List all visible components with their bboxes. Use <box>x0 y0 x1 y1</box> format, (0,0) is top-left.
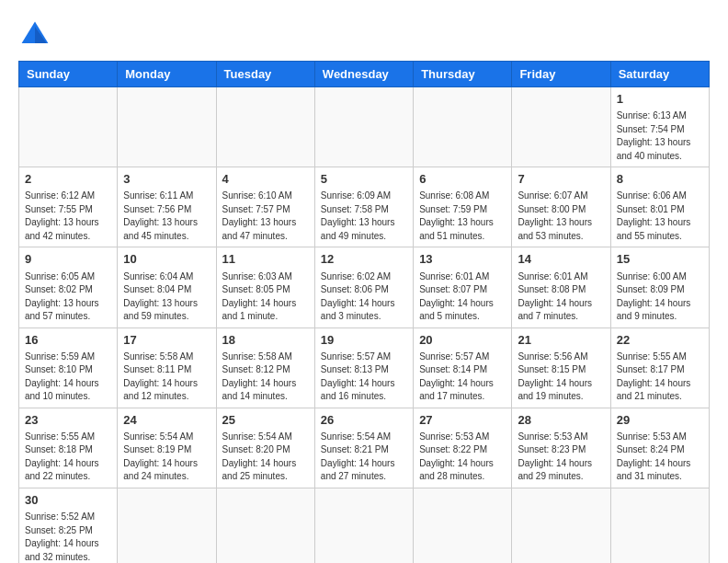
day-number: 1 <box>617 91 703 108</box>
calendar-cell <box>610 488 709 563</box>
day-number: 8 <box>617 171 703 188</box>
day-info: Sunrise: 6:08 AM Sunset: 7:59 PM Dayligh… <box>419 190 506 243</box>
calendar-cell: 26Sunrise: 5:54 AM Sunset: 8:21 PM Dayli… <box>314 408 413 488</box>
day-info: Sunrise: 5:55 AM Sunset: 8:17 PM Dayligh… <box>617 350 703 404</box>
day-number: 6 <box>419 171 506 188</box>
calendar-cell: 27Sunrise: 5:53 AM Sunset: 8:22 PM Dayli… <box>414 408 512 488</box>
calendar-cell: 25Sunrise: 5:54 AM Sunset: 8:20 PM Dayli… <box>216 408 314 488</box>
day-info: Sunrise: 5:53 AM Sunset: 8:24 PM Dayligh… <box>617 431 703 484</box>
calendar-cell: 11Sunrise: 6:03 AM Sunset: 8:05 PM Dayli… <box>216 247 314 327</box>
weekday-header: Wednesday <box>314 62 413 87</box>
day-info: Sunrise: 5:54 AM Sunset: 8:19 PM Dayligh… <box>123 431 210 484</box>
calendar-cell: 18Sunrise: 5:58 AM Sunset: 8:12 PM Dayli… <box>216 327 314 408</box>
day-number: 11 <box>222 251 309 268</box>
calendar-week-row: 9Sunrise: 6:05 AM Sunset: 8:02 PM Daylig… <box>19 247 710 327</box>
day-info: Sunrise: 6:01 AM Sunset: 8:08 PM Dayligh… <box>518 270 604 324</box>
calendar-cell <box>314 488 413 563</box>
calendar-cell: 7Sunrise: 6:07 AM Sunset: 8:00 PM Daylig… <box>512 167 610 247</box>
day-number: 30 <box>25 492 111 509</box>
calendar-cell: 4Sunrise: 6:10 AM Sunset: 7:57 PM Daylig… <box>216 167 314 247</box>
calendar-cell: 6Sunrise: 6:08 AM Sunset: 7:59 PM Daylig… <box>414 167 512 247</box>
calendar-cell: 30Sunrise: 5:52 AM Sunset: 8:25 PM Dayli… <box>19 488 118 563</box>
day-info: Sunrise: 6:01 AM Sunset: 8:07 PM Dayligh… <box>419 270 506 324</box>
calendar-cell: 17Sunrise: 5:58 AM Sunset: 8:11 PM Dayli… <box>118 327 216 408</box>
calendar-cell: 1Sunrise: 6:13 AM Sunset: 7:54 PM Daylig… <box>610 87 709 167</box>
calendar-cell: 8Sunrise: 6:06 AM Sunset: 8:01 PM Daylig… <box>610 167 709 247</box>
logo <box>18 18 57 52</box>
day-info: Sunrise: 6:04 AM Sunset: 8:04 PM Dayligh… <box>123 270 210 324</box>
calendar-cell: 24Sunrise: 5:54 AM Sunset: 8:19 PM Dayli… <box>118 408 216 488</box>
day-number: 24 <box>123 412 210 429</box>
calendar-cell: 14Sunrise: 6:01 AM Sunset: 8:08 PM Dayli… <box>512 247 610 327</box>
day-number: 5 <box>321 171 407 188</box>
calendar-week-row: 30Sunrise: 5:52 AM Sunset: 8:25 PM Dayli… <box>19 488 710 563</box>
day-number: 7 <box>518 171 604 188</box>
day-number: 15 <box>617 251 703 268</box>
day-info: Sunrise: 5:53 AM Sunset: 8:22 PM Dayligh… <box>419 431 506 484</box>
calendar-cell <box>118 87 216 167</box>
page-header <box>18 18 710 52</box>
calendar-cell: 3Sunrise: 6:11 AM Sunset: 7:56 PM Daylig… <box>118 167 216 247</box>
day-info: Sunrise: 5:58 AM Sunset: 8:12 PM Dayligh… <box>222 350 309 404</box>
day-info: Sunrise: 6:11 AM Sunset: 7:56 PM Dayligh… <box>123 190 210 243</box>
day-number: 13 <box>419 251 506 268</box>
day-info: Sunrise: 6:09 AM Sunset: 7:58 PM Dayligh… <box>321 190 407 243</box>
day-number: 12 <box>321 251 407 268</box>
calendar-cell: 20Sunrise: 5:57 AM Sunset: 8:14 PM Dayli… <box>414 327 512 408</box>
calendar-cell: 22Sunrise: 5:55 AM Sunset: 8:17 PM Dayli… <box>610 327 709 408</box>
day-info: Sunrise: 5:54 AM Sunset: 8:20 PM Dayligh… <box>222 431 309 484</box>
calendar-cell: 12Sunrise: 6:02 AM Sunset: 8:06 PM Dayli… <box>314 247 413 327</box>
calendar-week-row: 16Sunrise: 5:59 AM Sunset: 8:10 PM Dayli… <box>19 327 710 408</box>
day-number: 2 <box>25 171 111 188</box>
day-number: 16 <box>25 332 111 349</box>
day-info: Sunrise: 6:13 AM Sunset: 7:54 PM Dayligh… <box>617 109 703 163</box>
calendar-cell <box>118 488 216 563</box>
day-info: Sunrise: 5:52 AM Sunset: 8:25 PM Dayligh… <box>25 511 111 563</box>
day-number: 19 <box>321 332 407 349</box>
day-info: Sunrise: 5:55 AM Sunset: 8:18 PM Dayligh… <box>25 431 111 484</box>
calendar-cell: 16Sunrise: 5:59 AM Sunset: 8:10 PM Dayli… <box>19 327 118 408</box>
calendar-cell: 5Sunrise: 6:09 AM Sunset: 7:58 PM Daylig… <box>314 167 413 247</box>
calendar-cell <box>512 87 610 167</box>
calendar-cell <box>512 488 610 563</box>
calendar-week-row: 1Sunrise: 6:13 AM Sunset: 7:54 PM Daylig… <box>19 87 710 167</box>
calendar-table: SundayMondayTuesdayWednesdayThursdayFrid… <box>18 61 710 563</box>
day-info: Sunrise: 6:05 AM Sunset: 8:02 PM Dayligh… <box>25 270 111 324</box>
weekday-header: Monday <box>118 62 216 87</box>
calendar-cell <box>216 488 314 563</box>
weekday-header-row: SundayMondayTuesdayWednesdayThursdayFrid… <box>19 62 710 87</box>
day-number: 21 <box>518 332 604 349</box>
day-info: Sunrise: 6:00 AM Sunset: 8:09 PM Dayligh… <box>617 270 703 324</box>
day-number: 3 <box>123 171 210 188</box>
day-info: Sunrise: 6:03 AM Sunset: 8:05 PM Dayligh… <box>222 270 309 324</box>
day-info: Sunrise: 5:56 AM Sunset: 8:15 PM Dayligh… <box>518 350 604 404</box>
day-number: 18 <box>222 332 309 349</box>
day-info: Sunrise: 5:57 AM Sunset: 8:13 PM Dayligh… <box>321 350 407 404</box>
calendar-cell: 29Sunrise: 5:53 AM Sunset: 8:24 PM Dayli… <box>610 408 709 488</box>
calendar-cell: 21Sunrise: 5:56 AM Sunset: 8:15 PM Dayli… <box>512 327 610 408</box>
day-info: Sunrise: 6:12 AM Sunset: 7:55 PM Dayligh… <box>25 190 111 243</box>
calendar-cell: 2Sunrise: 6:12 AM Sunset: 7:55 PM Daylig… <box>19 167 118 247</box>
day-number: 23 <box>25 412 111 429</box>
day-info: Sunrise: 5:53 AM Sunset: 8:23 PM Dayligh… <box>518 431 604 484</box>
weekday-header: Thursday <box>414 62 512 87</box>
day-number: 14 <box>518 251 604 268</box>
day-number: 4 <box>222 171 309 188</box>
calendar-week-row: 2Sunrise: 6:12 AM Sunset: 7:55 PM Daylig… <box>19 167 710 247</box>
day-info: Sunrise: 5:54 AM Sunset: 8:21 PM Dayligh… <box>321 431 407 484</box>
day-info: Sunrise: 6:02 AM Sunset: 8:06 PM Dayligh… <box>321 270 407 324</box>
calendar-cell <box>216 87 314 167</box>
svg-marker-1 <box>35 27 47 43</box>
day-info: Sunrise: 6:07 AM Sunset: 8:00 PM Dayligh… <box>518 190 604 243</box>
weekday-header: Saturday <box>610 62 709 87</box>
day-number: 27 <box>419 412 506 429</box>
weekday-header: Friday <box>512 62 610 87</box>
day-number: 28 <box>518 412 604 429</box>
calendar-cell: 23Sunrise: 5:55 AM Sunset: 8:18 PM Dayli… <box>19 408 118 488</box>
day-info: Sunrise: 5:57 AM Sunset: 8:14 PM Dayligh… <box>419 350 506 404</box>
day-number: 25 <box>222 412 309 429</box>
day-info: Sunrise: 6:10 AM Sunset: 7:57 PM Dayligh… <box>222 190 309 243</box>
day-info: Sunrise: 6:06 AM Sunset: 8:01 PM Dayligh… <box>617 190 703 243</box>
calendar-cell <box>314 87 413 167</box>
day-number: 9 <box>25 251 111 268</box>
